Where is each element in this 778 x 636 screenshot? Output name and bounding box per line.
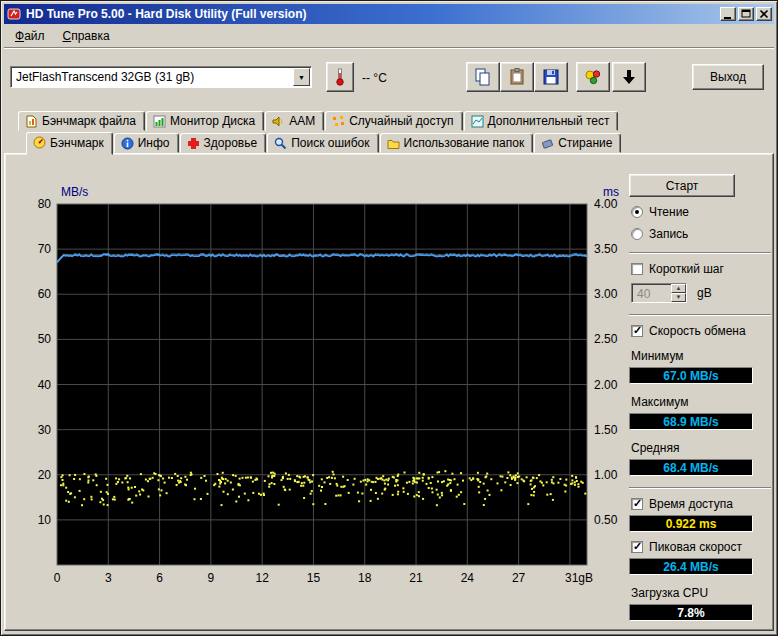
read-radio-row[interactable]: Чтение <box>631 205 773 219</box>
search-icon <box>274 137 287 150</box>
chevron-down-icon[interactable]: ▼ <box>293 68 310 86</box>
disk-monitor-icon <box>153 115 166 128</box>
transfer-rate-row[interactable]: Скорость обмена <box>631 324 773 338</box>
write-radio-row[interactable]: Запись <box>631 227 773 241</box>
tab-benchmark[interactable]: Бэнчмарк <box>26 132 113 155</box>
tab-aam[interactable]: AAM <box>265 111 324 131</box>
tab-disk-monitor[interactable]: Монитор Диска <box>146 111 264 131</box>
titlebar[interactable]: HD Tune Pro 5.00 - Hard Disk Utility (Fu… <box>4 4 774 24</box>
svg-text:9: 9 <box>208 571 215 585</box>
exit-button[interactable]: Выход <box>692 64 764 90</box>
tab-label: Монитор Диска <box>170 114 255 128</box>
tab-row-back: Бэнчмарк файла Монитор Диска AAM <box>4 110 774 131</box>
svg-text:18: 18 <box>358 571 372 585</box>
burst-rate-value: 26.4 MB/s <box>629 558 753 575</box>
tab-bar: Бэнчмарк файла Монитор Диска AAM <box>4 110 774 153</box>
burst-rate-label: Пиковая скорост <box>649 540 742 554</box>
drive-select[interactable]: JetFlashTranscend 32GB (31 gB) ▼ <box>10 66 312 88</box>
divider <box>629 314 771 316</box>
short-stride-label: Короткий шаг <box>649 262 724 276</box>
stride-size-row: 40 ▲ ▼ gB <box>631 283 773 303</box>
divider <box>629 487 771 489</box>
file-benchmark-icon <box>25 115 38 128</box>
svg-text:1.00: 1.00 <box>594 468 618 482</box>
cpu-usage-value: 7.8% <box>629 604 753 621</box>
cpu-usage-label: Загрузка CPU <box>631 586 773 600</box>
svg-text:40: 40 <box>38 378 52 392</box>
svg-text:20: 20 <box>38 468 52 482</box>
svg-text:60: 60 <box>38 287 52 301</box>
tab-folder-usage[interactable]: Использование папок <box>380 133 534 153</box>
tab-label: Использование папок <box>404 136 525 150</box>
svg-text:3.50: 3.50 <box>594 242 618 256</box>
svg-text:4.00: 4.00 <box>594 197 618 211</box>
options-button[interactable] <box>576 62 610 92</box>
tab-health[interactable]: Здоровье <box>180 133 267 153</box>
tab-label: Стирание <box>558 136 612 150</box>
svg-text:2.50: 2.50 <box>594 332 618 346</box>
read-radio[interactable] <box>631 206 643 218</box>
benchmark-page: 1020304050607080MB/s0.501.001.502.002.50… <box>4 153 774 631</box>
tab-random-access[interactable]: Случайный доступ <box>325 111 462 131</box>
save-button[interactable] <box>534 62 568 92</box>
stride-up-button[interactable]: ▲ <box>671 284 686 293</box>
menu-help[interactable]: Справка <box>54 25 119 47</box>
svg-text:0: 0 <box>54 571 61 585</box>
app-window: HD Tune Pro 5.00 - Hard Disk Utility (Fu… <box>0 0 778 636</box>
stride-down-button[interactable]: ▼ <box>671 293 686 302</box>
transfer-rate-checkbox[interactable] <box>631 325 643 337</box>
temperature-value: -- °C <box>362 71 387 85</box>
burst-rate-row[interactable]: Пиковая скорост <box>631 540 773 554</box>
short-stride-checkbox[interactable] <box>631 263 643 275</box>
maximum-value: 68.9 MB/s <box>629 413 753 430</box>
tab-erase[interactable]: Стирание <box>534 133 621 153</box>
benchmark-chart: 1020304050607080MB/s0.501.001.502.002.50… <box>7 180 627 592</box>
stride-unit-label: gB <box>697 286 712 300</box>
copy-pages-icon <box>473 67 493 87</box>
menubar: Файл Справка <box>4 24 774 48</box>
copy-clipboard-button[interactable] <box>500 62 534 92</box>
svg-text:2.00: 2.00 <box>594 378 618 392</box>
maximum-label: Максимум <box>631 395 773 409</box>
svg-text:ms: ms <box>603 185 619 199</box>
access-time-checkbox[interactable] <box>631 498 643 510</box>
minimum-value: 67.0 MB/s <box>629 367 753 384</box>
transfer-rate-label: Скорость обмена <box>649 324 746 338</box>
eraser-icon <box>541 137 554 150</box>
tab-label: Дополнительный тест <box>488 114 610 128</box>
write-radio-label: Запись <box>649 227 688 241</box>
scroll-down-button[interactable] <box>612 62 646 92</box>
folder-icon <box>387 137 400 150</box>
random-access-icon <box>332 115 345 128</box>
svg-text:3.00: 3.00 <box>594 287 618 301</box>
temperature-button[interactable] <box>326 62 354 92</box>
tab-info[interactable]: Инфо <box>114 133 179 153</box>
tab-error-scan[interactable]: Поиск ошибок <box>267 133 378 153</box>
short-stride-row[interactable]: Короткий шаг <box>631 262 773 276</box>
maximize-button[interactable] <box>738 7 754 21</box>
svg-text:21: 21 <box>409 571 423 585</box>
start-button[interactable]: Старт <box>629 174 735 197</box>
tab-extra-test[interactable]: Дополнительный тест <box>464 111 619 131</box>
svg-text:10: 10 <box>38 513 52 527</box>
svg-text:0.50: 0.50 <box>594 513 618 527</box>
access-time-value: 0.922 ms <box>629 515 753 532</box>
info-icon <box>121 137 134 150</box>
write-radio[interactable] <box>631 228 643 240</box>
svg-text:70: 70 <box>38 242 52 256</box>
stride-size-stepper[interactable]: 40 ▲ ▼ <box>631 283 687 303</box>
minimize-button[interactable] <box>720 7 736 21</box>
tab-label: Поиск ошибок <box>291 136 369 150</box>
access-time-label: Время доступа <box>649 497 733 511</box>
benchmark-controls: Старт Чтение Запись Короткий шаг 40 ▲ <box>627 160 773 621</box>
tab-row-front: Бэнчмарк Инфо Здоровье По <box>4 131 774 153</box>
burst-rate-checkbox[interactable] <box>631 541 643 553</box>
extra-test-icon <box>471 115 484 128</box>
close-button[interactable] <box>756 7 772 21</box>
menu-file[interactable]: Файл <box>6 25 54 47</box>
svg-text:31gB: 31gB <box>565 571 593 585</box>
copy-screenshot-button[interactable] <box>466 62 500 92</box>
access-time-row[interactable]: Время доступа <box>631 497 773 511</box>
tab-file-benchmark[interactable]: Бэнчмарк файла <box>18 111 145 131</box>
svg-text:24: 24 <box>461 571 475 585</box>
